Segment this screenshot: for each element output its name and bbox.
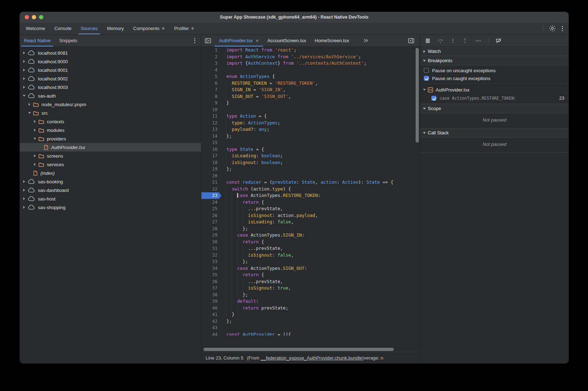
tree-item-modules[interactable]: modules	[20, 126, 201, 134]
disclosure-box[interactable]	[29, 103, 33, 106]
line-number[interactable]: 2	[201, 54, 221, 60]
line-number[interactable]: 43	[201, 325, 221, 331]
line-number[interactable]: 8	[201, 93, 221, 100]
disclosure-box[interactable]	[34, 163, 39, 166]
line-number[interactable]: 33	[201, 258, 221, 265]
navigator-more-icon[interactable]	[193, 38, 196, 44]
tree-item-localhost-9002[interactable]: localhost:9002	[20, 74, 201, 83]
line-number[interactable]: 40	[201, 305, 221, 312]
zoom-window-button[interactable]	[39, 15, 43, 19]
line-number[interactable]: 14	[201, 133, 221, 140]
tab-welcome[interactable]: Welcome	[21, 23, 50, 34]
tree-item-localhost-9001[interactable]: localhost:9001	[20, 66, 201, 74]
line-number[interactable]: 6	[201, 80, 221, 87]
disclosure-triangle-icon[interactable]	[23, 77, 25, 80]
line-number[interactable]: 13	[201, 126, 221, 133]
line-number[interactable]: 37	[201, 285, 221, 292]
tab-memory[interactable]: Memory	[102, 23, 128, 34]
line-number[interactable]: 26	[201, 212, 221, 219]
line-number[interactable]: 32	[201, 252, 221, 259]
disclosure-box[interactable]	[23, 77, 28, 80]
tree-item-sas-auth[interactable]: sas-auth	[20, 91, 201, 100]
line-number[interactable]: 15	[201, 139, 221, 146]
disclosure-box[interactable]	[23, 189, 28, 192]
line-number[interactable]: 18	[201, 159, 221, 166]
line-number[interactable]: 38	[201, 292, 221, 298]
editor-tab-authprovider-tsx[interactable]: AuthProvider.tsx×	[215, 35, 263, 46]
disclosure-triangle-icon[interactable]	[423, 89, 426, 91]
tree-item-index[interactable]: (index)	[20, 169, 201, 177]
close-tab-icon[interactable]: ×	[256, 38, 259, 43]
tree-item-localhost-9003[interactable]: localhost:9003	[20, 83, 201, 91]
line-number[interactable]: 17	[201, 153, 221, 159]
disclosure-triangle-icon[interactable]	[34, 129, 36, 132]
tree-item-localhost-8081[interactable]: localhost:8081	[20, 49, 201, 57]
line-number[interactable]: 21	[201, 179, 221, 186]
disclosure-box[interactable]	[23, 60, 28, 63]
line-number[interactable]: 30	[201, 239, 221, 246]
line-number[interactable]: 1	[201, 47, 221, 54]
disclosure-triangle-icon[interactable]	[423, 108, 426, 109]
disclosure-box[interactable]	[23, 94, 28, 97]
line-number[interactable]: 19	[201, 166, 221, 173]
section-watch[interactable]: Watch	[420, 47, 569, 56]
line-number[interactable]: 36	[201, 278, 221, 285]
horizontal-scrollbar[interactable]	[204, 348, 394, 351]
tree-item-contexts[interactable]: contexts	[20, 117, 201, 126]
tree-item-localhost-9000[interactable]: localhost:9000	[20, 57, 201, 66]
tree-item-sas-host[interactable]: sas-host	[20, 194, 201, 203]
disclosure-triangle-icon[interactable]	[23, 60, 25, 63]
deactivate-breakpoints-icon[interactable]	[496, 38, 502, 43]
line-number[interactable]: 10	[201, 107, 221, 113]
disclosure-box[interactable]	[34, 129, 39, 132]
disclosure-triangle-icon[interactable]	[29, 103, 30, 106]
line-number[interactable]: 12	[201, 120, 221, 127]
checkbox[interactable]	[431, 96, 436, 101]
tree-item-sas-dashboard[interactable]: sas-dashboard	[20, 186, 201, 194]
tree-item-sas-shopping[interactable]: sas-shopping	[20, 203, 201, 212]
line-number[interactable]: 31	[201, 245, 221, 252]
checkbox[interactable]	[424, 76, 429, 81]
disclosure-box[interactable]	[23, 180, 28, 183]
line-number[interactable]: 7	[201, 86, 221, 93]
vertical-scrollbar[interactable]	[416, 48, 419, 143]
section-scope[interactable]: Scope	[420, 104, 569, 113]
sidebar-tab-react-native[interactable]: React Native	[20, 35, 55, 46]
show-debugger-icon[interactable]	[405, 38, 418, 43]
editor-tab-homescreen-tsx[interactable]: HomeScreen.tsx	[310, 35, 353, 46]
line-number[interactable]: 24	[201, 199, 221, 206]
tab-sources[interactable]: Sources	[76, 23, 103, 34]
disclosure-triangle-icon[interactable]	[423, 50, 425, 53]
line-number[interactable]: 41	[201, 311, 221, 318]
line-number[interactable]: 29	[201, 232, 221, 239]
disclosure-triangle-icon[interactable]	[34, 163, 36, 166]
line-number[interactable]: 20	[201, 173, 221, 179]
disclosure-triangle-icon[interactable]	[23, 189, 25, 192]
line-number[interactable]: 16	[201, 146, 221, 153]
editor-tab-accountscreen-tsx[interactable]: AccountScreen.tsx	[263, 35, 310, 46]
execution-line-badge[interactable]: 23	[201, 192, 221, 199]
line-number[interactable]: 9	[201, 100, 221, 107]
line-number[interactable]: 25	[201, 206, 221, 212]
line-number[interactable]: 4	[201, 67, 221, 74]
line-number[interactable]: 42	[201, 318, 221, 325]
tree-item-services[interactable]: services	[20, 160, 201, 169]
tree-item-node-modules-pnpm[interactable]: node_modules/.pnpm	[20, 100, 201, 109]
code-editor[interactable]: 1import React from 'react';2import AuthS…	[201, 47, 420, 347]
disclosure-box[interactable]	[23, 86, 28, 89]
source-bundle-link[interactable]: __federation_expose_AuthProvider.chunk.b…	[261, 355, 362, 361]
disclosure-triangle-icon[interactable]	[28, 112, 31, 114]
disclosure-triangle-icon[interactable]	[23, 69, 25, 71]
disclosure-triangle-icon[interactable]	[34, 120, 36, 123]
disclosure-triangle-icon[interactable]	[34, 138, 36, 140]
disclosure-triangle-icon[interactable]	[34, 154, 36, 157]
disclosure-box[interactable]	[29, 112, 33, 114]
tab-profiler[interactable]: Profiler	[170, 23, 199, 34]
disclosure-box[interactable]	[34, 154, 39, 157]
breakpoint-entry[interactable]: case ActionTypes.RESTORE_TOKEN:23	[420, 94, 569, 102]
line-number[interactable]: 5	[201, 73, 221, 80]
disclosure-triangle-icon[interactable]	[23, 197, 25, 200]
tab-console[interactable]: Console	[50, 23, 76, 34]
line-number[interactable]: 27	[201, 219, 221, 226]
section-breakpoints[interactable]: Breakpoints	[420, 56, 569, 65]
